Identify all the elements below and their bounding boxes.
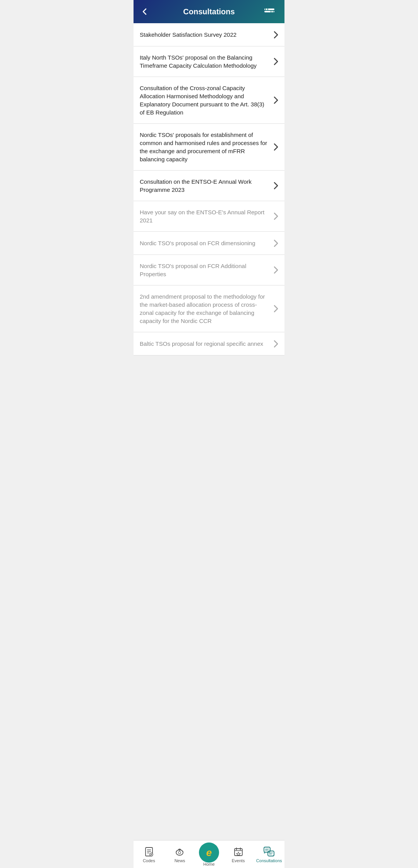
news-label: News — [175, 858, 185, 863]
list-item[interactable]: 2nd amendment proposal to the methodolog… — [134, 285, 284, 332]
list-item[interactable]: Nordic TSO's proposal on FCR Additional … — [134, 255, 284, 285]
bottom-navigation: Codes News e Home — [134, 840, 284, 868]
consultations-list: Stakeholder Satisfaction Survey 2022Ital… — [134, 23, 284, 840]
chevron-right-icon — [274, 212, 278, 220]
list-item[interactable]: Nordic TSOs' proposals for establishment… — [134, 124, 284, 171]
home-icon: e — [199, 842, 219, 863]
nav-item-news[interactable]: News — [164, 841, 195, 868]
list-item[interactable]: Italy North TSOs' proposal on the Balanc… — [134, 46, 284, 77]
codes-label: Codes — [143, 858, 155, 863]
home-label: Home — [203, 862, 214, 866]
chevron-right-icon — [274, 31, 278, 39]
chevron-right-icon — [274, 143, 278, 151]
svg-rect-24 — [268, 851, 274, 856]
list-item-text: Italy North TSOs' proposal on the Balanc… — [140, 53, 274, 70]
nav-item-events[interactable]: Events — [223, 841, 254, 868]
chevron-right-icon — [274, 239, 278, 247]
list-item[interactable]: Nordic TSO's proposal on FCR dimensionin… — [134, 232, 284, 255]
list-item-text: Nordic TSO's proposal on FCR dimensionin… — [140, 239, 274, 247]
chevron-right-icon — [274, 58, 278, 65]
codes-icon — [144, 846, 154, 857]
app-header: Consultations — [134, 0, 284, 23]
nav-item-home[interactable]: e Home — [195, 841, 223, 868]
list-item-text: Stakeholder Satisfaction Survey 2022 — [140, 31, 274, 39]
filter-button[interactable] — [264, 7, 278, 16]
list-item-text: 2nd amendment proposal to the methodolog… — [140, 292, 274, 325]
list-item[interactable]: Baltic TSOs proposal for regional specif… — [134, 332, 284, 355]
list-item[interactable]: Consultation of the Cross-zonal Capacity… — [134, 77, 284, 124]
list-item[interactable]: Stakeholder Satisfaction Survey 2022 — [134, 23, 284, 46]
svg-rect-21 — [264, 847, 270, 852]
list-item-text: Baltic TSOs proposal for regional specif… — [140, 340, 274, 348]
consultations-icon — [263, 846, 275, 857]
events-icon — [233, 846, 244, 857]
nav-item-consultations[interactable]: Consultations — [254, 841, 284, 868]
nav-item-codes[interactable]: Codes — [134, 841, 164, 868]
list-item-text: Consultation on the ENTSO-E Annual Work … — [140, 178, 274, 194]
svg-marker-20 — [236, 852, 240, 856]
svg-point-3 — [271, 10, 273, 13]
chevron-right-icon — [274, 305, 278, 313]
back-button[interactable] — [140, 7, 154, 16]
svg-point-2 — [266, 8, 268, 10]
page-title: Consultations — [154, 7, 264, 16]
consultations-label: Consultations — [256, 858, 282, 863]
chevron-right-icon — [274, 182, 278, 190]
chevron-right-icon — [274, 96, 278, 104]
chevron-right-icon — [274, 266, 278, 274]
list-item[interactable]: Have your say on the ENTSO-E's Annual Re… — [134, 201, 284, 232]
list-item-text: Have your say on the ENTSO-E's Annual Re… — [140, 208, 274, 224]
list-item-text: Nordic TSOs' proposals for establishment… — [140, 131, 274, 163]
news-icon — [174, 846, 185, 857]
events-label: Events — [232, 858, 245, 863]
list-item[interactable]: Consultation on the ENTSO-E Annual Work … — [134, 171, 284, 201]
list-item-text: Consultation of the Cross-zonal Capacity… — [140, 84, 274, 116]
list-item-text: Nordic TSO's proposal on FCR Additional … — [140, 262, 274, 278]
chevron-right-icon — [274, 340, 278, 348]
svg-point-15 — [178, 851, 181, 854]
